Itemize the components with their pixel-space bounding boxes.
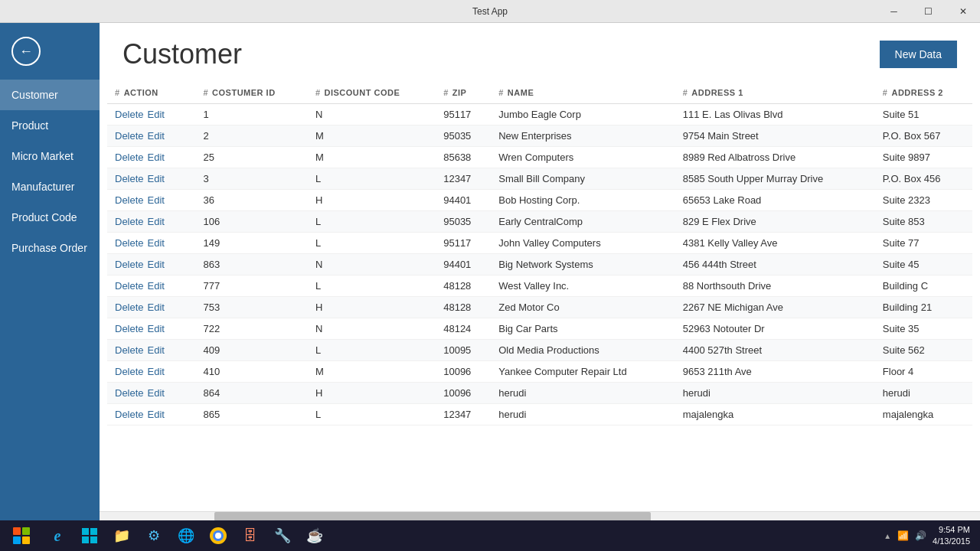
- name-cell: Wren Computers: [491, 147, 675, 168]
- new-data-button[interactable]: New Data: [880, 41, 957, 68]
- minimize-button[interactable]: ─: [877, 0, 911, 23]
- discount-code-cell: N: [308, 318, 436, 340]
- close-button[interactable]: ✕: [946, 0, 980, 23]
- address1-cell: 829 E Flex Drive: [675, 211, 875, 233]
- name-cell: Bob Hosting Corp.: [491, 190, 675, 211]
- table-row: DeleteEdit722N48124Big Car Parts52963 No…: [107, 318, 972, 340]
- edit-link[interactable]: Edit: [148, 409, 165, 420]
- name-cell: Yankee Computer Repair Ltd: [491, 361, 675, 383]
- action-cell: DeleteEdit: [107, 211, 195, 233]
- edit-link[interactable]: Edit: [148, 387, 165, 399]
- taskbar-app-folder[interactable]: 📁: [106, 522, 137, 549]
- delete-link[interactable]: Delete: [115, 237, 144, 249]
- address1-cell: 88 Northsouth Drive: [675, 276, 875, 297]
- hash-icon: #: [115, 88, 120, 97]
- hash-icon: #: [683, 88, 688, 97]
- col-header-address2: # ADDRESS 2: [875, 82, 972, 104]
- taskbar-app-tool[interactable]: 🔧: [267, 522, 298, 549]
- action-cell: DeleteEdit: [107, 233, 195, 254]
- edit-link[interactable]: Edit: [148, 130, 165, 142]
- delete-link[interactable]: Delete: [115, 323, 144, 334]
- edit-link[interactable]: Edit: [148, 237, 165, 249]
- delete-link[interactable]: Delete: [115, 194, 144, 206]
- edit-link[interactable]: Edit: [148, 259, 165, 270]
- sidebar-item-purchaseorder[interactable]: Purchase Order: [0, 233, 100, 263]
- taskbar-app-java[interactable]: ☕: [299, 522, 330, 549]
- edit-link[interactable]: Edit: [148, 302, 165, 313]
- taskbar-app-globe[interactable]: 🌐: [171, 522, 201, 549]
- title-bar-text: Test App: [472, 6, 508, 17]
- sidebar-item-productcode[interactable]: Product Code: [0, 202, 100, 233]
- delete-link[interactable]: Delete: [115, 152, 144, 163]
- content-area: Customer New Data # ACTION: [100, 23, 980, 520]
- edit-link[interactable]: Edit: [148, 152, 165, 163]
- costumer-id-cell: 3: [195, 168, 307, 190]
- sidebar-item-product[interactable]: Product: [0, 110, 100, 141]
- taskbar-clock[interactable]: 9:54 PM 4/13/2015: [933, 524, 970, 548]
- delete-link[interactable]: Delete: [115, 409, 144, 420]
- edit-link[interactable]: Edit: [148, 109, 165, 120]
- taskbar-app-ie[interactable]: e: [42, 522, 73, 549]
- sidebar-item-manufacturer[interactable]: Manufacturer: [0, 171, 100, 202]
- edit-link[interactable]: Edit: [148, 194, 165, 206]
- action-cell: DeleteEdit: [107, 254, 195, 276]
- discount-code-cell: L: [308, 211, 436, 233]
- delete-link[interactable]: Delete: [115, 109, 144, 120]
- delete-link[interactable]: Delete: [115, 344, 144, 356]
- delete-link[interactable]: Delete: [115, 280, 144, 292]
- costumer-id-cell: 36: [195, 190, 307, 211]
- hash-icon: #: [203, 88, 208, 97]
- name-cell: John Valley Computers: [491, 233, 675, 254]
- zip-cell: 10095: [436, 340, 491, 361]
- folder-icon: 📁: [113, 527, 130, 544]
- sidebar-item-micromarket[interactable]: Micro Market: [0, 141, 100, 171]
- maximize-button[interactable]: ☐: [911, 0, 946, 23]
- table-row: DeleteEdit409L10095Old Media Productions…: [107, 340, 972, 361]
- taskbar: e 📁 ⚙ 🌐 🗄: [0, 520, 980, 551]
- edit-link[interactable]: Edit: [148, 280, 165, 292]
- horizontal-scrollbar[interactable]: [100, 511, 980, 520]
- settings-icon: ⚙: [148, 527, 160, 544]
- delete-link[interactable]: Delete: [115, 259, 144, 270]
- scrollbar-thumb[interactable]: [214, 512, 651, 520]
- discount-code-cell: M: [308, 361, 436, 383]
- address2-cell: P.O. Box 456: [875, 168, 972, 190]
- start-button[interactable]: [4, 520, 38, 551]
- sidebar-item-customer[interactable]: Customer: [0, 80, 100, 110]
- hash-icon: #: [443, 88, 449, 97]
- taskbar-app-db[interactable]: 🗄: [235, 522, 266, 549]
- costumer-id-cell: 753: [195, 297, 307, 318]
- col-header-costumerid: # COSTUMER ID: [195, 82, 307, 104]
- taskbar-app-chrome[interactable]: [203, 522, 234, 549]
- edit-link[interactable]: Edit: [148, 344, 165, 356]
- svg-rect-2: [82, 536, 89, 543]
- title-bar: Test App ─ ☐ ✕: [0, 0, 980, 23]
- edit-link[interactable]: Edit: [148, 366, 165, 377]
- delete-link[interactable]: Delete: [115, 130, 144, 142]
- edit-link[interactable]: Edit: [148, 216, 165, 227]
- address2-cell: Suite 51: [875, 104, 972, 126]
- zip-cell: 94401: [436, 190, 491, 211]
- col-header-action: # ACTION: [107, 82, 195, 104]
- delete-link[interactable]: Delete: [115, 216, 144, 227]
- zip-cell: 94401: [436, 254, 491, 276]
- delete-link[interactable]: Delete: [115, 366, 144, 377]
- taskbar-app-tiles[interactable]: [74, 522, 105, 549]
- delete-link[interactable]: Delete: [115, 387, 144, 399]
- discount-code-cell: L: [308, 276, 436, 297]
- taskbar-app-settings[interactable]: ⚙: [139, 522, 169, 549]
- edit-link[interactable]: Edit: [148, 173, 165, 184]
- address2-cell: Suite 35: [875, 318, 972, 340]
- address2-cell: P.O. Box 567: [875, 126, 972, 147]
- zip-cell: 95035: [436, 126, 491, 147]
- back-button[interactable]: ←: [11, 37, 41, 66]
- table-row: DeleteEdit777L48128West Valley Inc.88 No…: [107, 276, 972, 297]
- name-cell: Jumbo Eagle Corp: [491, 104, 675, 126]
- delete-link[interactable]: Delete: [115, 302, 144, 313]
- table-header-row: # ACTION # COSTUMER ID #: [107, 82, 972, 104]
- delete-link[interactable]: Delete: [115, 173, 144, 184]
- discount-code-cell: N: [308, 254, 436, 276]
- edit-link[interactable]: Edit: [148, 323, 165, 334]
- address1-cell: 4400 527th Street: [675, 340, 875, 361]
- costumer-id-cell: 777: [195, 276, 307, 297]
